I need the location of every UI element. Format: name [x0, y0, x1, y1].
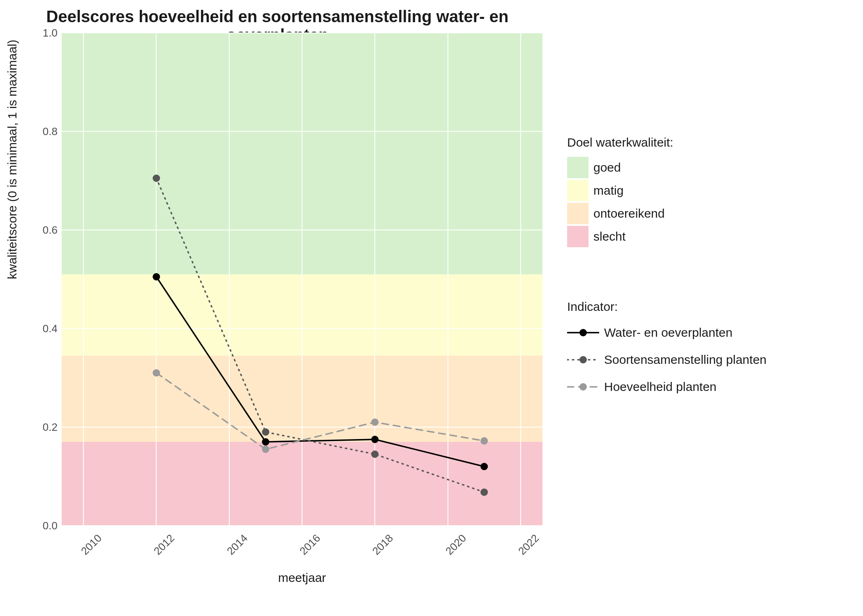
data-point	[371, 436, 378, 443]
swatch-matig	[567, 180, 588, 201]
legend-label: goed	[593, 161, 621, 175]
y-axis-label: kwaliteitscore (0 is minimaal, 1 is maxi…	[5, 40, 19, 279]
y-tick-label: 0.8	[33, 125, 58, 138]
y-tick-label: 0.4	[33, 322, 58, 335]
legend-series: Indicator: Water- en oeverplantenSoorten…	[567, 300, 766, 402]
legend-label: Water- en oeverplanten	[604, 326, 732, 340]
legend-band-ontoer: ontoereikend	[567, 203, 673, 224]
data-point	[262, 438, 269, 446]
data-point	[152, 369, 160, 377]
data-point	[262, 446, 269, 453]
legend-band-slecht: slecht	[567, 226, 673, 247]
legend-bands: Doel waterkwaliteit: goed matig ontoerei…	[567, 136, 673, 249]
x-tick-label: 2010	[78, 532, 104, 558]
swatch-ontoer	[567, 203, 588, 224]
legend-series-title: Indicator:	[567, 300, 766, 314]
legend-series-item: Hoeveelheid planten	[567, 375, 766, 398]
legend-series-item: Water- en oeverplanten	[567, 321, 766, 344]
legend-line-sample	[567, 379, 599, 395]
swatch-goed	[567, 157, 588, 178]
legend-label: ontoereikend	[593, 207, 665, 221]
data-point	[480, 488, 488, 496]
legend-label: Soortensamenstelling planten	[604, 353, 766, 367]
x-tick-label: 2018	[370, 532, 396, 558]
data-point	[371, 451, 378, 458]
legend-series-item: Soortensamenstelling planten	[567, 348, 766, 371]
data-point	[262, 428, 269, 436]
data-point	[480, 463, 488, 470]
chart-container: Deelscores hoeveelheid en soortensamenst…	[0, 0, 863, 616]
x-tick-label: 2014	[224, 532, 250, 558]
x-tick-label: 2022	[516, 532, 542, 558]
legend-line-sample	[567, 352, 599, 368]
data-point	[371, 418, 378, 426]
y-tick-label: 0.6	[33, 224, 58, 237]
svg-point-3	[579, 356, 587, 363]
series-line	[156, 277, 484, 467]
legend-label: matig	[593, 184, 623, 198]
legend-line-sample	[567, 324, 599, 341]
chart-lines	[62, 33, 542, 526]
data-point	[152, 175, 160, 182]
x-tick-label: 2020	[443, 532, 469, 558]
swatch-slecht	[567, 226, 588, 247]
y-tick-label: 0.2	[33, 421, 58, 434]
series-line	[156, 373, 484, 449]
x-tick-label: 2016	[297, 532, 323, 558]
legend-label: Hoeveelheid planten	[604, 380, 717, 394]
legend-band-matig: matig	[567, 180, 673, 201]
y-tick-label: 0.0	[33, 519, 58, 532]
legend-bands-title: Doel waterkwaliteit:	[567, 136, 673, 149]
legend-band-goed: goed	[567, 157, 673, 178]
x-axis-label: meetjaar	[62, 571, 542, 585]
plot-area: 0.00.20.40.60.81.02010201220142016201820…	[62, 33, 542, 526]
data-point	[480, 437, 488, 445]
data-point	[152, 273, 160, 280]
y-tick-label: 1.0	[33, 27, 58, 39]
x-tick-label: 2012	[151, 532, 177, 558]
series-line	[156, 178, 484, 492]
svg-point-1	[579, 329, 587, 336]
legend-label: slecht	[593, 230, 625, 244]
svg-point-5	[579, 383, 587, 391]
